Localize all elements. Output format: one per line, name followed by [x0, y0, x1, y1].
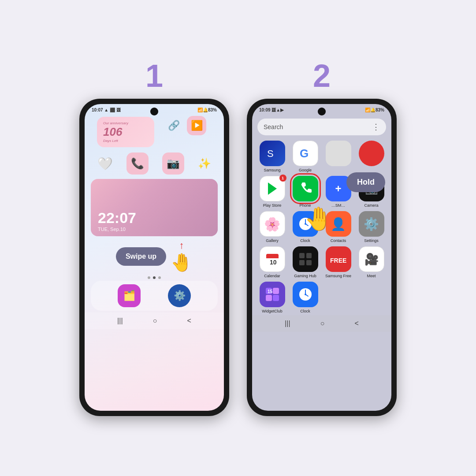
step-1-number: 1 [145, 60, 163, 92]
status-left-1: 10:07 ▲ ⬛ 🖼 [92, 108, 121, 112]
page-dots [85, 276, 224, 279]
time-widget: 22:07 TUE, Sep.10 [91, 179, 218, 236]
notch-2 [318, 108, 326, 115]
svg-rect-19 [266, 295, 272, 301]
samsungfree-app-icon[interactable]: FREE [326, 246, 351, 272]
nav-home-icon[interactable]: ○ [153, 317, 157, 325]
svg-rect-14 [299, 260, 305, 265]
unlink-icon: 🔗 [164, 116, 183, 135]
contacts-label: Contacts [331, 238, 346, 243]
phone-app-cell[interactable]: Phone [290, 176, 320, 208]
status-right-2: 📶🔔83% [365, 108, 384, 112]
camera-label: Camera [364, 203, 378, 208]
dot-3 [158, 276, 161, 279]
top-row: Our anniversary 106 Days Left 🔗 ▶️ [85, 114, 224, 149]
svg-rect-15 [306, 260, 312, 265]
app-cutoff-1-icon [326, 141, 351, 166]
anniversary-widget: Our anniversary 106 Days Left [97, 117, 154, 147]
app-grid-row5: 15 WidgetClub [252, 280, 391, 315]
playstore-label: Play Store [263, 203, 282, 208]
top-icon-row-1: 🔗 ▶️ [164, 116, 206, 135]
gallery-app-icon[interactable]: 🌸 [260, 211, 285, 237]
status-left-2: 10:09 🖼▲▶ [259, 108, 284, 112]
phone-app-icon[interactable]: 📞 [126, 152, 149, 175]
phone-1: 10:07 ▲ ⬛ 🖼 📶🔔83% Our anniversary 106 Da… [79, 99, 229, 416]
anniversary-sub: Days Left [103, 139, 148, 143]
date-display: TUE, Sep.10 [98, 227, 211, 232]
app-cutoff-1 [324, 141, 353, 172]
app-row-2: 🤍 📞 📷 ✨ [85, 151, 224, 176]
nav-home-2-icon[interactable]: ○ [320, 320, 325, 327]
anniversary-label: Our anniversary [103, 121, 148, 125]
top-icons: 🔗 ▶️ [164, 116, 206, 135]
gallery-app[interactable]: 🌸 Gallery [257, 211, 287, 243]
samsungfree-app[interactable]: FREE Samsung Free [324, 246, 353, 278]
step-1: 1 10:07 ▲ ⬛ 🖼 📶🔔83% Our anniversary 106 … [79, 60, 229, 416]
empty-cell-1 [324, 282, 353, 313]
dock-settings-icon[interactable]: ⚙️ [168, 284, 191, 307]
playstore-badge: 1 [279, 175, 286, 182]
calendar-app-icon[interactable]: 10 [260, 246, 285, 272]
camera-app-icon[interactable]: 📷 [162, 152, 184, 175]
phone-2-screen: 10:09 🖼▲▶ 📶🔔83% Search ⋮ Hold S [252, 104, 391, 411]
nav-recents-icon[interactable]: < [187, 317, 191, 325]
clock-2-label: Clock [300, 309, 310, 313]
youtube-icon: ▶️ [187, 116, 206, 135]
google-label: Google [299, 168, 312, 172]
search-bar[interactable]: Search ⋮ [257, 119, 386, 135]
meet-app-icon[interactable]: 🎥 [359, 246, 384, 272]
calendar-app[interactable]: 10 Calendar [257, 246, 287, 278]
phone-1-screen: 10:07 ▲ ⬛ 🖼 📶🔔83% Our anniversary 106 Da… [85, 104, 224, 411]
svg-text:FREE: FREE [330, 257, 346, 264]
dock-apps-icon[interactable]: 🗂️ [118, 284, 141, 307]
step-2: 2 10:09 🖼▲▶ 📶🔔83% Search ⋮ Hold [247, 60, 397, 416]
samsung-label: Samsung [264, 168, 280, 172]
svg-rect-12 [299, 253, 305, 258]
nav-recents-2-icon[interactable]: < [355, 320, 359, 327]
playstore-app-icon[interactable]: 1 [260, 176, 285, 201]
svg-text:G: G [300, 147, 309, 160]
svg-point-25 [305, 294, 306, 295]
clock-app-2[interactable]: Clock [290, 282, 320, 313]
nav-bar-1: ||| ○ < [85, 312, 224, 329]
settings-app-icon[interactable]: ⚙️ [359, 211, 384, 237]
samsungm-label: …SM… [331, 203, 346, 208]
clock-app-2-icon[interactable] [293, 282, 318, 307]
playstore-app[interactable]: 1 Play Store [257, 176, 287, 208]
nav-back-2-icon[interactable]: ||| [285, 320, 290, 327]
samsungfree-label: Samsung Free [325, 274, 351, 278]
search-more-icon[interactable]: ⋮ [372, 122, 380, 132]
app-cutoff-2 [357, 141, 386, 172]
widgetclub-app[interactable]: 15 WidgetClub [257, 282, 287, 313]
widgetclub-app-icon[interactable]: 15 [260, 282, 285, 307]
google-app[interactable]: G Google [290, 141, 320, 172]
settings-app[interactable]: ⚙️ Settings [357, 211, 386, 243]
phone-2: 10:09 🖼▲▶ 📶🔔83% Search ⋮ Hold S [247, 99, 397, 416]
samsung-app-icon[interactable]: S [260, 141, 285, 166]
heart-icon: 🤍 [97, 156, 113, 171]
anniversary-days: 106 [103, 125, 148, 139]
search-label: Search [264, 123, 372, 130]
gaminghub-app-icon[interactable] [293, 246, 318, 272]
settings-label: Settings [364, 238, 379, 243]
status-right-1: 📶🔔83% [197, 108, 217, 112]
nav-back-icon[interactable]: ||| [117, 317, 123, 325]
clock-1-label: Clock [300, 238, 310, 243]
gaminghub-label: Gaming Hub [294, 274, 316, 278]
gallery-label: Gallery [266, 238, 279, 243]
svg-rect-20 [273, 295, 279, 301]
step-2-number: 2 [313, 60, 331, 92]
samsung-app[interactable]: S Samsung [257, 141, 287, 172]
meet-app[interactable]: 🎥 Meet [357, 246, 386, 278]
google-app-icon[interactable]: G [293, 141, 318, 166]
hand-swipe-icon: 🤚 [171, 252, 193, 273]
nav-bar-2: ||| ○ < [252, 315, 391, 332]
gaminghub-app[interactable]: Gaming Hub [290, 246, 320, 278]
swipe-up-button[interactable]: Swipe up [116, 247, 166, 266]
app-grid-row4: 10 Calendar [252, 245, 391, 280]
svg-rect-18 [273, 288, 279, 294]
svg-marker-2 [268, 182, 277, 195]
meet-label: Meet [367, 274, 376, 278]
phone-app-highlight-icon[interactable] [293, 176, 318, 201]
stars-icon: ✨ [198, 157, 211, 170]
